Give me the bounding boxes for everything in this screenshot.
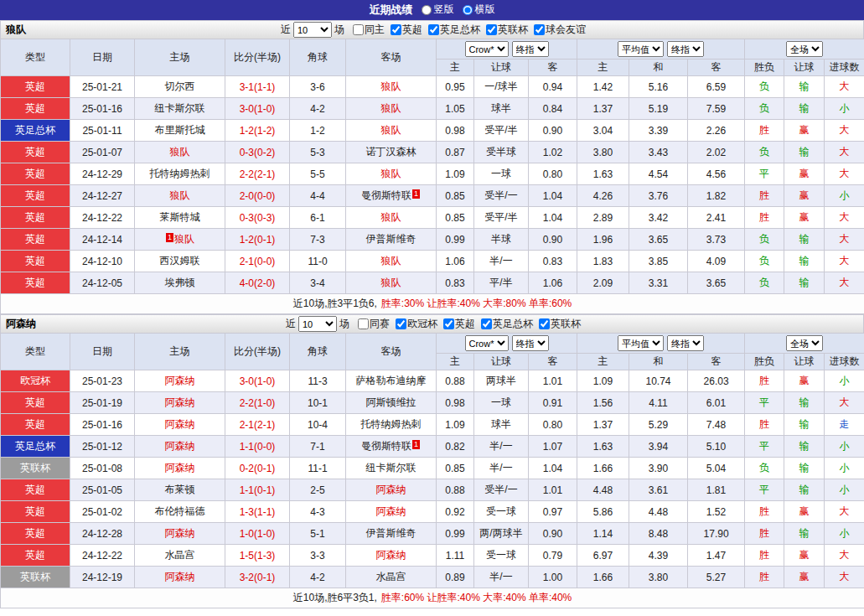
avg-source-select[interactable]: 终指 [667,41,704,57]
filter-option[interactable]: 同赛 [358,317,390,331]
filter-checkbox[interactable] [391,24,401,35]
away-team-cell: 阿森纳 [346,479,437,501]
filter-checkbox[interactable] [428,24,439,35]
odds-cell: 球半 [474,414,529,436]
score-cell: 0-3(0-3) [225,207,290,229]
sub-col-header: 让球 [474,60,529,76]
corner-cell: 5-5 [290,163,346,185]
away-team-cell: 萨格勒布迪纳摩 [346,370,437,392]
odds-cell: 3.42 [629,207,688,229]
avg-source-select[interactable]: 终指 [667,335,704,351]
result-cell: 平 [745,479,784,501]
result-cell: 负 [745,142,784,163]
odds-source-select[interactable]: Crow* [465,335,509,351]
result-cell: 输 [784,458,825,479]
odds-source-select[interactable]: 终指 [512,335,549,351]
corner-cell: 5-1 [290,523,346,545]
filter-checkbox[interactable] [353,24,364,35]
filter-option[interactable]: 球会友谊 [534,23,586,37]
sub-col-header: 客 [688,354,745,370]
odds-cell: 两球半 [474,370,529,392]
recent-label: 近 [286,317,296,331]
filter-option[interactable]: 欧冠杯 [396,317,437,331]
col-header: 日期 [70,334,135,370]
odds-cell: 3.73 [688,229,745,251]
filter-option[interactable]: 英足总杯 [481,317,533,331]
filter-checkbox[interactable] [358,318,369,329]
recent-count-select[interactable]: 10 [298,316,337,332]
avg-source-select[interactable]: 平均值 [618,335,664,351]
score-cell: 4-0(2-0) [225,272,290,294]
odds-cell: 0.85 [437,185,474,207]
odds-cell: 1.01 [529,370,577,392]
filter-option[interactable]: 英超 [443,317,475,331]
filter-checkbox[interactable] [481,318,492,329]
match-row: 英超25-01-19阿森纳2-2(1-0)10-1阿斯顿维拉0.98一球0.91… [1,392,864,414]
summary-rates: 胜率:30% 让胜率:40% 大率:80% 单率:60% [381,298,572,309]
filter-checkbox[interactable] [539,318,550,329]
date-cell: 25-01-08 [70,458,135,479]
result-cell: 负 [745,98,784,120]
away-team-cell: 狼队 [346,251,437,272]
filter-option[interactable]: 英联杯 [486,23,528,37]
summary-row: 近10场,胜3平1负6,胜率:30% 让胜率:40% 大率:80% 单率:60% [1,294,864,314]
filter-option[interactable]: 英超 [391,23,422,37]
league-cell: 英超 [1,207,70,229]
home-team-cell: 阿森纳 [135,523,225,545]
league-cell: 英足总杯 [1,436,70,458]
filter-checkbox[interactable] [443,318,454,329]
home-team-cell: 狼队 [135,185,225,207]
col-header: 主场 [135,39,225,76]
result-cell: 胜 [745,207,784,229]
result-cell: 输 [784,142,825,163]
filter-checkbox[interactable] [534,24,545,35]
team-name: 阿森纳 [6,317,36,331]
layout-radios: 竖版横版 [413,3,495,18]
result-cell: 胜 [745,523,784,545]
recent-count-select[interactable]: 10 [293,22,332,38]
avg-source-select[interactable]: 平均值 [618,41,664,57]
page-title: 近期战绩 [370,3,413,18]
filter-option[interactable]: 英足总杯 [428,23,480,37]
odds-cell: 半/一 [474,251,529,272]
odds-cell: 1.37 [577,98,629,120]
sub-col-header: 让球 [474,354,529,370]
layout-option-0[interactable]: 竖版 [422,3,454,17]
match-row: 英超24-12-28阿森纳1-0(1-0)5-1伊普斯维奇0.99两/两球半0.… [1,523,864,545]
score-cell: 1-3(1-1) [225,501,290,523]
filter-checkbox[interactable] [396,318,406,329]
odds-cell: 0.90 [529,120,577,142]
scope-select[interactable]: 全场 [786,335,823,351]
scope-select[interactable]: 全场 [786,41,823,57]
odds-cell: 1.05 [437,98,474,120]
layout-option-1[interactable]: 横版 [463,3,495,17]
filter-option[interactable]: 英联杯 [539,317,581,331]
score-cell: 2-1(2-1) [225,414,290,436]
match-row: 英超25-01-02布伦特福德1-3(1-1)4-3阿森纳0.92受一球0.97… [1,501,864,523]
home-team-cell: 水晶宫 [135,545,225,567]
odds-source-select[interactable]: Crow* [465,41,509,57]
layout-radio[interactable] [463,5,473,15]
layout-radio[interactable] [422,5,432,15]
league-cell: 英超 [1,479,70,501]
result-cell: 输 [784,414,825,436]
filter-option[interactable]: 同主 [353,23,385,37]
odds-source-select[interactable]: 终指 [512,41,549,57]
sub-col-header: 胜负 [745,354,784,370]
date-cell: 25-01-05 [70,479,135,501]
corner-cell: 10-4 [290,414,346,436]
odds-cell: 3.39 [629,120,688,142]
home-team-cell: 狼队 [135,142,225,163]
result-cell: 输 [784,392,825,414]
match-row: 欧冠杯25-01-23阿森纳3-0(1-0)11-3萨格勒布迪纳摩0.88两球半… [1,370,864,392]
home-team-cell: 布里斯托城 [135,120,225,142]
away-team-cell: 纽卡斯尔联 [346,458,437,479]
filter-checkbox[interactable] [486,24,497,35]
league-cell: 英超 [1,414,70,436]
away-team-cell: 狼队 [346,120,437,142]
corner-cell: 11-3 [290,370,346,392]
odds-cell: 0.85 [437,458,474,479]
sub-col-header: 胜负 [745,60,784,76]
odds-cell: 0.97 [529,501,577,523]
league-cell: 英超 [1,272,70,294]
